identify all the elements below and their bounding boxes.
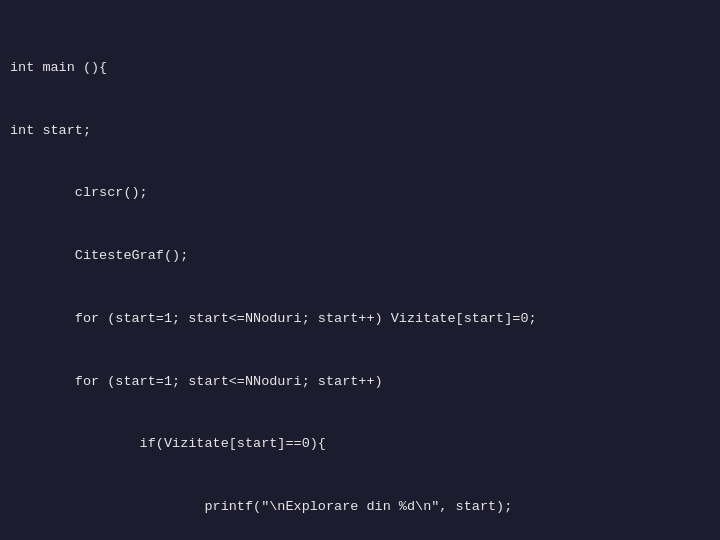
code-line-8: printf("\nExplorare din %d\n", start); (10, 497, 710, 518)
code-line-6: for (start=1; start<=NNoduri; start++) (10, 372, 710, 393)
code-line-7: if(Vizitate[start]==0){ (10, 434, 710, 455)
code-line-3: clrscr(); (10, 183, 710, 204)
code-line-1: int main (){ (10, 58, 710, 79)
code-line-2: int start; (10, 121, 710, 142)
slide: int main (){ int start; clrscr(); Citest… (0, 0, 720, 540)
code-line-4: CitesteGraf(); (10, 246, 710, 267)
code-block: int main (){ int start; clrscr(); Citest… (0, 0, 720, 540)
code-line-5: for (start=1; start<=NNoduri; start++) V… (10, 309, 710, 330)
